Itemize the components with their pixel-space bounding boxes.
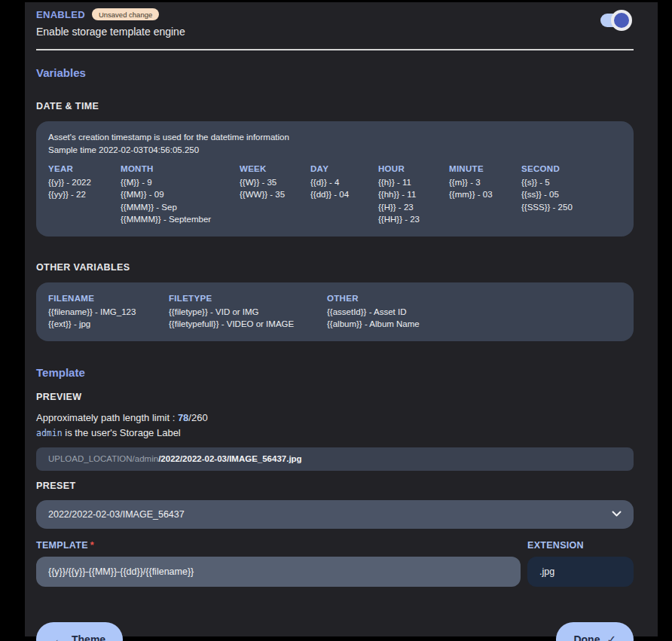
variable-group-other: OTHER {{assetId}} - Asset ID {{album}} -… — [327, 294, 622, 331]
template-title: Template — [36, 366, 634, 379]
setting-header: ENABLED Unsaved change Enable storage te… — [36, 8, 634, 38]
variable-item: {{m}} - 3 — [449, 176, 521, 189]
variable-group-filename: FILENAME {{filename}} - IMG_123 {{ext}} … — [48, 294, 169, 331]
variable-item: {{WW}} - 35 — [240, 188, 310, 201]
variable-item: {{SSS}} - 250 — [521, 201, 622, 214]
variable-item: {{MMMM}} - September — [121, 213, 240, 226]
other-variables-panel: FILENAME {{filename}} - IMG_123 {{ext}} … — [36, 282, 634, 341]
variable-item: {{MM}} - 09 — [121, 188, 240, 201]
variable-group-minute: MINUTE {{m}} - 3 {{mm}} - 03 — [449, 164, 521, 226]
datetime-columns: YEAR {{y}} - 2022 {{yy}} - 22 MONTH {{M}… — [48, 164, 622, 226]
variable-group-label: WEEK — [240, 164, 310, 173]
done-button-label: Done — [573, 633, 600, 641]
variable-item: {{filename}} - IMG_123 — [48, 306, 169, 319]
theme-button-label: Theme — [72, 633, 105, 641]
variable-item: {{MMM}} - Sep — [121, 201, 240, 214]
path-length-max: /260 — [188, 412, 207, 423]
template-label-text: TEMPLATE — [36, 540, 88, 551]
variable-group-second: SECOND {{s}} - 5 {{ss}} - 05 {{SSS}} - 2… — [521, 164, 622, 226]
unsaved-change-badge: Unsaved change — [92, 8, 159, 20]
datetime-variables-panel: Asset's creation timestamp is used for t… — [36, 121, 634, 237]
preset-select[interactable]: 2022/2022-02-03/IMAGE_56437 — [36, 500, 634, 529]
variable-group-day: DAY {{d}} - 4 {{dd}} - 04 — [310, 164, 378, 226]
path-length-current: 78 — [178, 412, 188, 423]
path-preview: UPLOAD_LOCATION/admin/2022/2022-02-03/IM… — [36, 447, 634, 471]
variable-group-label: MONTH — [121, 164, 240, 173]
storage-template-settings-page: ENABLED Unsaved change Enable storage te… — [0, 0, 672, 641]
variable-item: {{s}} - 5 — [521, 176, 622, 189]
variable-group-label: FILETYPE — [169, 294, 327, 303]
variable-item: {{HH}} - 23 — [378, 213, 449, 226]
datetime-note-line1: Asset's creation timestamp is used for t… — [48, 131, 622, 144]
template-inputs-row — [36, 557, 634, 587]
variables-title: Variables — [36, 66, 634, 79]
variable-group-hour: HOUR {{h}} - 11 {{hh}} - 11 {{H}} - 23 {… — [378, 164, 449, 226]
other-variables-label: OTHER VARIABLES — [36, 262, 634, 273]
required-marker: * — [90, 540, 94, 551]
settings-content: ENABLED Unsaved change Enable storage te… — [25, 2, 658, 636]
variable-group-label: YEAR — [48, 164, 121, 173]
variable-item: {{filetypefull}} - VIDEO or IMAGE — [169, 318, 327, 331]
back-arrow-icon: ← — [53, 633, 65, 641]
template-input[interactable] — [36, 557, 521, 587]
variable-item: {{yy}} - 22 — [48, 188, 121, 201]
variable-item: {{H}} - 23 — [378, 201, 449, 214]
path-length-limit-text: Approximately path length limit : — [36, 412, 178, 423]
enabled-label: ENABLED — [36, 9, 85, 20]
variable-group-month: MONTH {{M}} - 9 {{MM}} - 09 {{MMM}} - Se… — [121, 164, 240, 226]
variable-group-label: HOUR — [378, 164, 449, 173]
extension-field-label: EXTENSION — [527, 540, 634, 551]
storage-label-code: admin — [36, 428, 63, 438]
variable-group-label: SECOND — [521, 164, 622, 173]
variable-item: {{d}} - 4 — [310, 176, 378, 189]
section-divider — [36, 49, 634, 50]
variable-group-label: MINUTE — [449, 164, 521, 173]
variable-group-label: OTHER — [327, 294, 622, 303]
variable-item: {{assetId}} - Asset ID — [327, 306, 622, 319]
toggle-thumb — [611, 10, 632, 31]
variable-group-label: FILENAME — [48, 294, 169, 303]
preset-label: PRESET — [36, 481, 634, 491]
footer-actions: ← Theme Done ✓ — [36, 622, 634, 641]
variable-group-filetype: FILETYPE {{filetype}} - VID or IMG {{fil… — [169, 294, 327, 331]
variable-group-year: YEAR {{y}} - 2022 {{yy}} - 22 — [48, 164, 121, 226]
preset-selected-value: 2022/2022-02-03/IMAGE_56437 — [48, 509, 612, 520]
preview-label: PREVIEW — [36, 392, 634, 402]
variable-item: {{album}} - Album Name — [327, 318, 622, 331]
variable-group-week: WEEK {{W}} - 35 {{WW}} - 35 — [240, 164, 310, 226]
template-field-label: TEMPLATE* — [36, 540, 521, 551]
storage-label-text: is the user's Storage Label — [63, 427, 181, 438]
variable-item: {{hh}} - 11 — [378, 188, 449, 201]
variable-item: {{W}} - 35 — [240, 176, 310, 189]
variable-group-label: DAY — [310, 164, 378, 173]
storage-label-line: admin is the user's Storage Label — [36, 427, 634, 438]
variable-item: {{ext}} - jpg — [48, 318, 169, 331]
variable-item: {{dd}} - 04 — [310, 188, 378, 201]
variable-item: {{mm}} - 03 — [449, 188, 521, 201]
path-length-limit: Approximately path length limit : 78/260 — [36, 412, 634, 423]
setting-subtitle: Enable storage template engine — [36, 26, 185, 38]
variable-item: {{filetype}} - VID or IMG — [169, 306, 327, 319]
storage-template-toggle[interactable] — [600, 10, 632, 31]
chevron-down-icon — [612, 511, 622, 517]
template-extension-labels: TEMPLATE* EXTENSION — [36, 540, 634, 551]
path-preview-result: /2022/2022-02-03/IMAGE_56437.jpg — [158, 454, 302, 463]
setting-header-text: ENABLED Unsaved change Enable storage te… — [36, 8, 185, 38]
check-icon: ✓ — [606, 633, 616, 641]
datetime-note-line2: Sample time 2022-02-03T04:56:05.250 — [48, 144, 622, 157]
other-variables-columns: FILENAME {{filename}} - IMG_123 {{ext}} … — [48, 294, 622, 331]
done-button[interactable]: Done ✓ — [556, 622, 634, 641]
theme-button[interactable]: ← Theme — [36, 622, 123, 641]
variable-item: {{y}} - 2022 — [48, 176, 121, 189]
extension-input — [527, 557, 634, 587]
variable-item: {{M}} - 9 — [121, 176, 240, 189]
datetime-label: DATE & TIME — [36, 101, 634, 111]
variable-item: {{h}} - 11 — [378, 176, 449, 189]
path-preview-prefix: UPLOAD_LOCATION/admin — [48, 454, 158, 463]
variable-item: {{ss}} - 05 — [521, 188, 622, 201]
